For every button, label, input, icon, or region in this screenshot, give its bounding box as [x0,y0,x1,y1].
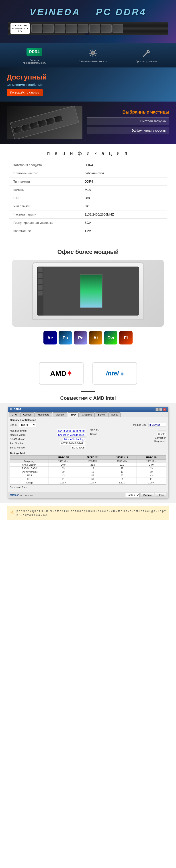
timings-title: Timings Table [10,452,166,455]
app-icon-after-effects: Ae [43,331,57,344]
cpuz-close-btn[interactable]: ✕ [163,408,166,411]
office-image [12,260,164,327]
timings-row-label: tRC [10,477,49,481]
ram-chip [66,24,77,33]
timings-row: tRAS43434343 [10,474,166,477]
ram-label: 8GB DDR4 2666 PC4-21300 CL19 1.2V [10,23,30,34]
max-bandwidth-label: Max Bandwidth [10,429,27,432]
app-icon-flash: Fl [119,331,133,344]
cpuz-tab-graphics[interactable]: Graphics [79,412,95,416]
cpuz-footer-version: Ver. 1.90.0.x64 [19,494,33,497]
slot-row: Slot #1 DDR4 Module Size 8 GBytes [10,423,166,427]
cpuz-tab-cpu[interactable]: CPU [9,412,20,416]
cpuz-minimize-btn[interactable]: _ [155,408,158,411]
spec-label: напряжение [9,227,80,235]
ram-chip [31,24,42,33]
timings-cell: 19 [137,470,166,474]
svg-point-1 [92,52,94,54]
timings-cell: 61 [107,477,137,481]
promo-title: Доступный [7,73,169,81]
timings-cell: 19 [78,467,107,470]
spec-row: PIN288 [9,194,167,202]
part-number-value: 8ATF1G64AZ-2G6E1 [60,441,86,445]
ram-chip [89,24,100,33]
spec-value: 8GB [80,186,167,194]
slot-select[interactable]: DDR4 [19,423,36,427]
ram-chip [101,24,112,33]
cpuz-maximize-btn[interactable]: □ [159,408,163,411]
ddr4-badge: DDR4 [27,48,42,56]
promo-text-block: Доступный Совместимо и стабильно Попроща… [7,73,169,96]
warning-text: р а з м е р и ц в е т П С В , Ч и п м а … [17,509,166,517]
app-icons-row: AePsPrAiDwFl [4,331,172,344]
cpuz-tab-bench[interactable]: Bench [95,412,108,416]
timings-cell: 61 [137,477,166,481]
timings-row: RAS# Precharge19191919 [10,470,166,474]
close-button[interactable]: Close [155,493,166,497]
cpuz-tab-spd[interactable]: SPD [68,412,79,416]
spec-label: Тип памяти [9,178,80,186]
cpuz-footer: CPU-Z Ver. 1.90.0.x64 Tools ▾ Validate C… [8,492,168,498]
ram-notch [85,33,89,35]
spec-value: DDR4 [80,161,167,169]
spd-ext-label: SPD Ext. [90,429,100,432]
feature-wrench: Простая установка [136,48,157,63]
cpuz-tab-memory[interactable]: Memory [53,412,67,416]
timings-cell: 43 [78,474,107,477]
spec-label: PIN [9,194,80,202]
cpuz-tab-mainboard[interactable]: Mainboard [35,412,52,416]
cpuz-title: CPU-Z [14,408,21,411]
ranks-label: Ranks [90,433,97,435]
timings-cell: 43 [49,474,78,477]
amd-icon: ✦ [66,369,72,377]
brands-wrapper: AMD✦ intel ® Совместим с AMD Intel [0,355,176,403]
spec-label: память [9,186,80,194]
timings-cell: 19 [107,470,137,474]
ps-tool [38,290,42,296]
max-bandwidth-value: DDR4-2666 (1333 MHz) [57,429,86,432]
voltage-value: 1.20 V [107,481,137,485]
spec-value: BGA [80,219,167,227]
timings-cell: 19 [107,467,137,470]
timings-row-label: RAS# Precharge [10,470,49,474]
cpuz-titlebar: 🖥 CPU-Z _ □ ✕ [8,407,168,412]
ram-angled-image [10,106,79,140]
timings-row: RAS# to CAS#19191919 [10,467,166,470]
amd-logo: AMD✦ [50,369,72,378]
correction-label: Correction [155,436,166,439]
promo-button[interactable]: Попрощайся с Катоном [7,89,43,96]
ps-canvas [43,267,139,315]
intel-brand-box: intel ® [92,362,137,384]
action-title: Выбранные частицы [87,110,169,115]
spec-row: Тип памятиDDR4 [9,178,167,186]
cpuz-info-grid: Max Bandwidth DDR4-2666 (1333 MHz) Modul… [10,429,166,450]
amd-brand-box: AMD✦ [39,362,84,384]
cpuz-tab-about[interactable]: About [108,412,120,416]
product-name: PC DDR4 [96,7,146,17]
spec-row: Гранулированная упаковкаBGA [9,219,167,227]
cpuz-icon: 🖥 [10,408,12,411]
serial-number-value: D23C59CB [71,446,86,450]
timings-cell: 61 [78,477,107,481]
timings-cell: 22.0 [107,463,137,467]
cpuz-tabs: CPUCachesMainboardMemorySPDGraphicsBench… [8,412,168,417]
validate-button[interactable]: Validate [141,493,154,497]
timings-cell: 20.0 [49,463,78,467]
cpuz-controls: _ □ ✕ [155,408,166,411]
ram-chips [31,24,166,33]
photoshop-ui [37,267,139,315]
ps-tool [38,268,42,272]
ram-chip [78,24,88,33]
voltage-value: 1.20 V [78,481,107,485]
tools-select[interactable]: Tools ▾ [125,493,140,497]
part-number-label: Part Number [10,442,24,445]
angled-chip [29,122,38,130]
ps-tool [38,285,42,290]
timings-table: JEDEC #11JEDEC #12JEDEC #13JEDEC #14Freq… [10,455,166,485]
timings-row-label: tRAS [10,474,49,477]
features-row: DDR4 Высокая производительность Сильная … [0,43,176,67]
voltage-label: Voltage [10,481,49,485]
action-feature2: Эффективная скорость [87,127,169,134]
slot-label: Slot #1 [10,424,18,426]
cpuz-tab-caches[interactable]: Caches [20,412,34,416]
